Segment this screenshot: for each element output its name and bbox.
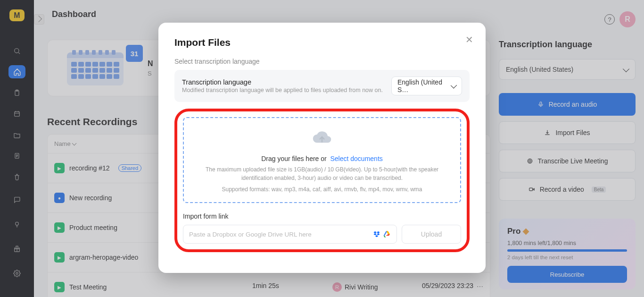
select-language-label: Select transcription language [174, 58, 470, 65]
google-drive-icon [383, 230, 391, 238]
dropbox-icon [373, 230, 380, 238]
modal-language-select[interactable]: English (United S… [391, 76, 462, 95]
import-files-modal: Import Files ✕ Select transcription lang… [158, 23, 486, 273]
highlight-annotation: Drag your files here or Select documents… [174, 109, 470, 252]
language-box: Transcription language Modified transcri… [174, 70, 470, 102]
dropzone-text: Drag your files here or Select documents [192, 155, 452, 162]
select-documents-link[interactable]: Select documents [330, 155, 383, 162]
import-link-label: Import form link [183, 212, 461, 220]
language-box-title: Transcription language [182, 78, 383, 86]
modal-title: Import Files [174, 37, 470, 48]
language-box-desc: Modified transcription language will be … [182, 87, 383, 93]
dropzone[interactable]: Drag your files here or Select documents… [183, 117, 461, 203]
cloud-upload-icon [312, 128, 332, 145]
upload-button[interactable]: Upload [402, 225, 461, 244]
dropzone-formats: Supported formats: wav, mp3, m4a, caf, a… [192, 185, 452, 194]
dropzone-desc: The maximum uploaded file size is 1GB(au… [192, 165, 452, 182]
url-placeholder: Paste a Dropbox or Google Drive URL here [189, 231, 312, 238]
close-icon[interactable]: ✕ [465, 34, 473, 45]
url-input[interactable]: Paste a Dropbox or Google Drive URL here [183, 225, 397, 244]
import-from-link: Import form link Paste a Dropbox or Goog… [183, 212, 461, 244]
